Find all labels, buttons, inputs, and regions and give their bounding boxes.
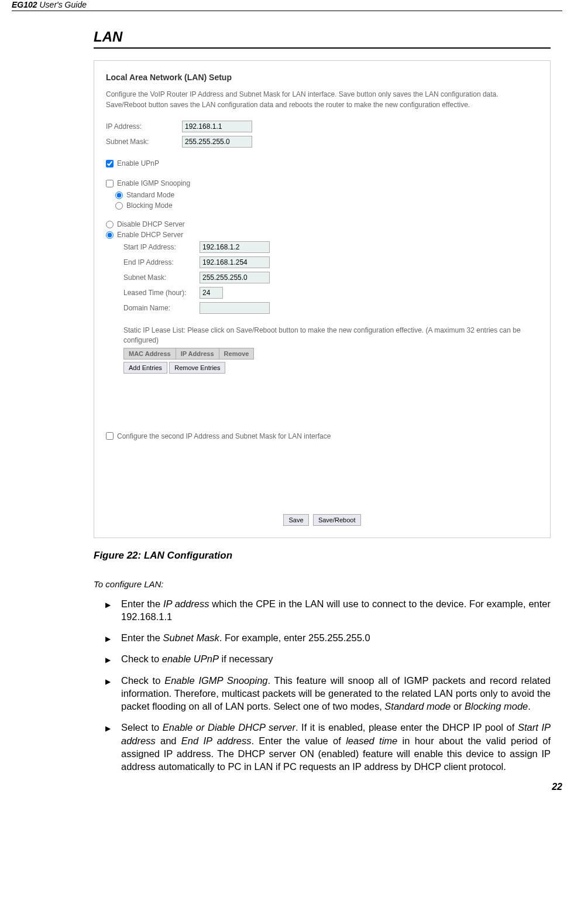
th-mac: MAC Address	[124, 348, 176, 359]
disable-dhcp-row: Disable DHCP Server	[106, 220, 538, 228]
blocking-mode-label: Blocking Mode	[126, 201, 173, 210]
bullet-marker-icon: ▶	[105, 600, 111, 624]
save-reboot-button[interactable]: Save/Reboot	[313, 514, 361, 526]
bullet-marker-icon: ▶	[105, 724, 111, 773]
domain-name-input[interactable]	[200, 302, 270, 314]
screenshot-title: Local Area Network (LAN) Setup	[106, 73, 538, 82]
bullet-item-5: ▶ Select to Enable or Diable DHCP server…	[105, 721, 551, 773]
enable-igmp-checkbox[interactable]	[106, 180, 114, 187]
subnet-mask-input[interactable]	[182, 136, 252, 148]
config-heading: To configure LAN:	[94, 579, 562, 589]
disable-dhcp-label: Disable DHCP Server	[117, 220, 185, 228]
bullet-list: ▶ Enter the IP address which the CPE in …	[105, 597, 551, 774]
save-button[interactable]: Save	[283, 514, 308, 526]
lan-setup-screenshot: Local Area Network (LAN) Setup Configure…	[94, 60, 551, 538]
end-ip-input[interactable]	[200, 256, 270, 268]
bullet-item-4: ▶ Check to Enable IGMP Snooping. This fe…	[105, 674, 551, 713]
bullet-marker-icon: ▶	[105, 634, 111, 644]
add-entries-button[interactable]: Add Entries	[123, 362, 167, 374]
start-ip-input[interactable]	[200, 241, 270, 253]
ip-address-label: IP Address:	[106, 122, 182, 131]
th-ip: IP Address	[176, 348, 219, 359]
subnet-mask-label: Subnet Mask:	[106, 138, 182, 146]
enable-igmp-row: Enable IGMP Snooping	[106, 179, 538, 187]
leased-time-label: Leased Time (hour):	[123, 289, 200, 297]
figure-caption: Figure 22: LAN Configuration	[94, 550, 562, 562]
dhcp-subnet-label: Subnet Mask:	[123, 273, 200, 282]
blocking-mode-radio[interactable]	[115, 202, 123, 210]
screenshot-description: Configure the VoIP Router IP Address and…	[106, 89, 538, 110]
start-ip-label: Start IP Address:	[123, 243, 200, 251]
bullet-marker-icon: ▶	[105, 677, 111, 713]
enable-igmp-label: Enable IGMP Snooping	[117, 179, 190, 187]
second-ip-label: Configure the second IP Address and Subn…	[117, 432, 331, 440]
enable-dhcp-label: Enable DHCP Server	[117, 231, 183, 239]
standard-mode-radio[interactable]	[115, 191, 123, 199]
enable-upnp-checkbox[interactable]	[106, 160, 114, 167]
standard-mode-label: Standard Mode	[126, 191, 174, 199]
ip-address-input[interactable]	[182, 121, 252, 132]
th-remove: Remove	[219, 348, 254, 359]
domain-name-row: Domain Name:	[123, 302, 538, 314]
header-title: EG102 User's Guide	[12, 0, 87, 9]
enable-upnp-row: Enable UPnP	[106, 159, 538, 167]
page-header: EG102 User's Guide	[12, 0, 562, 11]
subnet-mask-row: Subnet Mask:	[106, 136, 538, 148]
bullet-item-1: ▶ Enter the IP address which the CPE in …	[105, 597, 551, 624]
blocking-mode-row: Blocking Mode	[115, 201, 538, 210]
section-title: LAN	[94, 29, 551, 49]
enable-upnp-label: Enable UPnP	[117, 159, 159, 167]
end-ip-row: End IP Address:	[123, 256, 538, 268]
static-ip-text: Static IP Lease List: Please click on Sa…	[123, 326, 538, 345]
bullet-item-3: ▶ Check to enable UPnP if necessary	[105, 652, 551, 665]
page-number: 22	[12, 782, 562, 792]
dhcp-subnet-input[interactable]	[200, 272, 270, 283]
remove-entries-button[interactable]: Remove Entries	[169, 362, 225, 374]
start-ip-row: Start IP Address:	[123, 241, 538, 253]
bullet-item-2: ▶ Enter the Subnet Mask. For example, en…	[105, 631, 551, 644]
second-ip-checkbox[interactable]	[106, 432, 114, 440]
disable-dhcp-radio[interactable]	[106, 221, 114, 228]
leased-time-input[interactable]	[200, 287, 223, 299]
second-ip-row: Configure the second IP Address and Subn…	[106, 432, 538, 440]
end-ip-label: End IP Address:	[123, 258, 200, 266]
enable-dhcp-radio[interactable]	[106, 231, 114, 239]
static-ip-table: MAC Address IP Address Remove	[123, 348, 254, 360]
dhcp-subnet-row: Subnet Mask:	[123, 272, 538, 283]
domain-name-label: Domain Name:	[123, 304, 200, 312]
bullet-marker-icon: ▶	[105, 655, 111, 665]
enable-dhcp-row: Enable DHCP Server	[106, 231, 538, 239]
standard-mode-row: Standard Mode	[115, 191, 538, 199]
leased-time-row: Leased Time (hour):	[123, 287, 538, 299]
ip-address-row: IP Address:	[106, 121, 538, 132]
